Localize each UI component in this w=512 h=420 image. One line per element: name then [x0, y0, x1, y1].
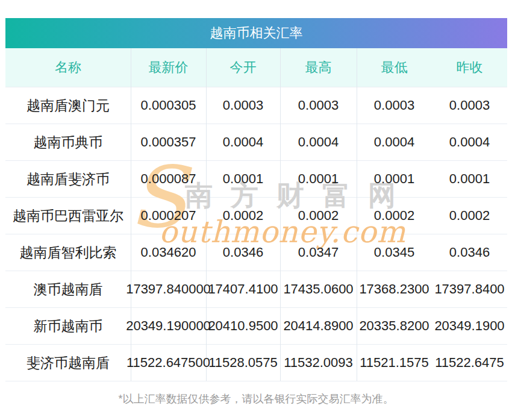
cell-latest: 0.000207 — [131, 208, 206, 224]
table-row: 越南币巴西雷亚尔0.0002070.00020.00020.00020.0002 — [5, 197, 507, 234]
cell-name: 越南币典币 — [5, 133, 131, 152]
cell-open: 0.0004 — [206, 134, 280, 150]
table-row: 越南盾斐济币0.0000870.00010.00010.00010.0001 — [5, 160, 507, 197]
column-header-high: 最高 — [280, 58, 357, 77]
cell-name: 越南币巴西雷亚尔 — [5, 207, 131, 225]
cell-latest: 0.000087 — [131, 171, 206, 187]
cell-low: 20335.8200 — [357, 318, 432, 334]
column-header-name: 名称 — [5, 58, 131, 77]
cell-name: 澳币越南盾 — [5, 280, 131, 299]
cell-name: 越南盾澳门元 — [5, 96, 131, 115]
cell-name: 越南盾智利比索 — [5, 243, 131, 262]
cell-name: 新币越南币 — [5, 317, 131, 336]
cell-low: 0.0003 — [357, 98, 432, 113]
table-row: 澳币越南盾17397.84000017407.410017435.0600173… — [5, 271, 507, 307]
cell-latest: 17397.840000 — [131, 281, 206, 297]
table-row: 斐济币越南盾11522.64750011528.057511532.009311… — [5, 344, 507, 381]
table-row: 越南币典币0.0003570.00040.00040.00040.0004 — [5, 124, 507, 160]
cell-open: 20410.9500 — [206, 318, 280, 334]
page-title: 越南币相关汇率 — [210, 25, 303, 40]
cell-latest: 0.000357 — [131, 134, 206, 150]
cell-high: 0.0002 — [280, 208, 357, 224]
cell-open: 11528.0575 — [206, 355, 280, 371]
table-body: 越南盾澳门元0.0003050.00030.00030.00030.0003越南… — [5, 87, 507, 381]
cell-low: 11521.1575 — [357, 355, 432, 371]
cell-latest: 20349.190000 — [131, 318, 206, 334]
cell-prev_close: 20349.1900 — [432, 318, 507, 334]
cell-open: 0.0001 — [206, 171, 280, 187]
cell-latest: 11522.647500 — [131, 355, 206, 371]
cell-high: 20414.8900 — [280, 318, 357, 334]
exchange-rate-page: 越南币相关汇率 名称最新价今开最高最低昨收 越南盾澳门元0.0003050.00… — [0, 0, 512, 420]
cell-low: 0.0002 — [357, 208, 432, 224]
column-header-open: 今开 — [206, 58, 280, 77]
cell-open: 0.0003 — [206, 98, 280, 113]
cell-high: 0.0004 — [280, 134, 357, 150]
cell-high: 17435.0600 — [280, 281, 357, 297]
cell-prev_close: 11522.6475 — [432, 355, 507, 371]
cell-name: 越南盾斐济币 — [5, 170, 131, 189]
cell-low: 0.0001 — [357, 171, 432, 187]
cell-latest: 0.034620 — [131, 245, 206, 260]
table-row: 新币越南币20349.19000020410.950020414.8900203… — [5, 307, 507, 344]
cell-high: 0.0001 — [280, 171, 357, 187]
cell-prev_close: 0.0003 — [432, 98, 507, 113]
table-row: 越南盾智利比索0.0346200.03460.03470.03450.0346 — [5, 234, 507, 271]
cell-low: 17368.2300 — [357, 281, 432, 297]
column-header-latest: 最新价 — [131, 58, 206, 77]
cell-low: 0.0004 — [357, 134, 432, 150]
cell-low: 0.0345 — [357, 245, 432, 260]
cell-prev_close: 17397.8400 — [432, 281, 507, 297]
column-header-low: 最低 — [357, 58, 432, 77]
rate-table-panel: 越南币相关汇率 名称最新价今开最高最低昨收 越南盾澳门元0.0003050.00… — [5, 18, 507, 381]
cell-open: 0.0002 — [206, 208, 280, 224]
table-title-bar: 越南币相关汇率 — [5, 18, 507, 48]
cell-open: 0.0346 — [206, 245, 280, 260]
cell-prev_close: 0.0346 — [432, 245, 507, 260]
cell-prev_close: 0.0004 — [432, 134, 507, 150]
disclaimer-note: *以上汇率数据仅供参考，请以各银行实际交易汇率为准。 — [0, 392, 512, 406]
cell-high: 0.0003 — [280, 98, 357, 113]
table-header-row: 名称最新价今开最高最低昨收 — [5, 48, 507, 87]
cell-latest: 0.000305 — [131, 98, 206, 113]
cell-prev_close: 0.0002 — [432, 208, 507, 224]
cell-open: 17407.4100 — [206, 281, 280, 297]
cell-high: 0.0347 — [280, 245, 357, 260]
cell-prev_close: 0.0001 — [432, 171, 507, 187]
table-row: 越南盾澳门元0.0003050.00030.00030.00030.0003 — [5, 87, 507, 124]
column-header-prev_close: 昨收 — [432, 58, 507, 77]
cell-name: 斐济币越南盾 — [5, 354, 131, 372]
cell-high: 11532.0093 — [280, 355, 357, 371]
